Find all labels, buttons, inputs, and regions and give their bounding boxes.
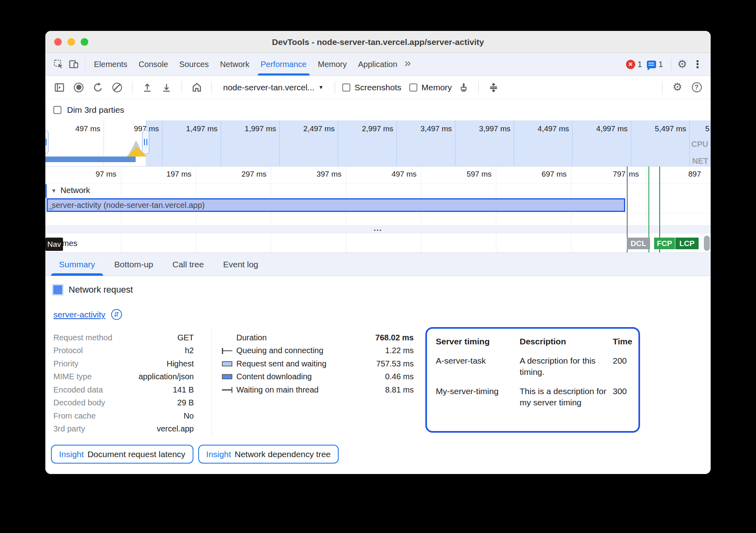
server-timing-description: A description for this timing. [520, 355, 611, 378]
device-toolbar-icon[interactable] [66, 57, 81, 72]
tab-bottom-up[interactable]: Bottom-up [105, 253, 163, 276]
collapse-rows-icon[interactable] [486, 80, 501, 95]
garbage-collect-brush-icon[interactable] [456, 80, 471, 95]
tab-performance[interactable]: Performance [255, 53, 313, 75]
titlebar: DevTools - node-server-tan.vercel.app/se… [45, 31, 711, 53]
track-resize-handle[interactable]: ... [45, 226, 711, 234]
timing-value: 757.53 ms [376, 359, 414, 368]
tab-label: Application [358, 60, 397, 69]
selection-handle-left[interactable] [45, 130, 49, 154]
tab-label: Memory [318, 60, 347, 69]
summary-pane: Network request server-activity ⇵ Reques… [45, 276, 711, 474]
error-count: 1 [638, 60, 642, 69]
clear-icon[interactable] [110, 80, 125, 95]
detail-label: From cache [53, 411, 96, 421]
dcl-badge: DCL [627, 238, 650, 249]
upload-profile-icon[interactable] [140, 80, 155, 95]
row-divider [45, 183, 711, 184]
ruler-tick: 597 ms [443, 170, 492, 179]
nav-badge-label: Nav [47, 240, 61, 249]
detail-value: application/json [138, 372, 194, 381]
tab-event-log[interactable]: Event log [213, 253, 268, 276]
more-tabs-icon[interactable]: ›› [403, 57, 413, 72]
request-link[interactable]: server-activity [53, 310, 106, 319]
help-icon[interactable]: ? [689, 80, 704, 95]
server-timing-name: A-server-task [436, 355, 518, 378]
overview-tick: 1,497 ms [161, 124, 217, 133]
insight-document-request-latency-button[interactable]: Insight Document request latency [51, 445, 193, 464]
kebab-menu-icon[interactable]: ⋮ [690, 57, 705, 72]
error-count-icon[interactable]: × [626, 60, 635, 69]
record-icon[interactable] [71, 80, 86, 95]
timeline-overview[interactable]: 497 ms 997 ms 1,497 ms 1,997 ms 2,497 ms… [45, 120, 711, 167]
settings-gear-icon[interactable]: ⚙ [675, 57, 690, 72]
network-group-header[interactable]: ▼ Network [51, 186, 90, 195]
dim-third-parties-checkbox[interactable] [53, 106, 61, 114]
screenshots-toggle[interactable]: Screenshots [342, 83, 401, 92]
tab-label: Network [220, 60, 249, 69]
tab-memory[interactable]: Memory [312, 53, 352, 75]
history-dropdown-label: node-server-tan.vercel... [223, 83, 315, 92]
overview-network-bar [45, 157, 136, 162]
toggle-sidebar-icon[interactable] [52, 80, 67, 95]
server-timing-time: 300 [613, 386, 632, 408]
tabbar-separator [671, 58, 671, 70]
ruler-tick: 97 ms [68, 170, 116, 179]
detail-value: h2 [185, 346, 194, 355]
timing-row: Request sent and waiting 757.53 ms [222, 357, 414, 370]
devtools-tabbar: Elements Console Sources Network Perform… [45, 53, 711, 76]
inspect-element-icon[interactable] [51, 57, 66, 72]
tab-call-tree[interactable]: Call tree [163, 253, 213, 276]
tab-application[interactable]: Application [352, 53, 403, 75]
timing-label: Duration [236, 333, 375, 342]
detail-row: MIME typeapplication/json [53, 370, 194, 384]
screenshots-label: Screenshots [354, 83, 401, 92]
issues-message-icon[interactable] [647, 61, 656, 68]
network-request-bar[interactable]: server-activity (node-server-tan.vercel.… [47, 198, 625, 212]
lcp-badge-label: LCP [679, 239, 695, 248]
server-timing-name: My-server-timing [436, 386, 518, 408]
memory-toggle[interactable]: Memory [409, 83, 452, 92]
detail-value: vercel.app [157, 424, 194, 433]
cpu-lane-label: CPU [684, 140, 708, 149]
server-timing-header: Server timing [436, 336, 518, 347]
tab-elements[interactable]: Elements [88, 53, 133, 75]
tab-sources[interactable]: Sources [174, 53, 214, 75]
tab-summary[interactable]: Summary [49, 253, 105, 276]
memory-checkbox[interactable] [409, 83, 417, 92]
capture-settings-gear-icon[interactable]: ⚙ [670, 80, 685, 95]
tab-label: Performance [261, 60, 307, 69]
tab-label: Call tree [173, 260, 204, 269]
detail-value: Highest [167, 359, 194, 368]
reload-record-icon[interactable] [90, 80, 106, 95]
history-dropdown[interactable]: node-server-tan.vercel... ▼ [219, 83, 327, 92]
request-link-row: server-activity ⇵ [53, 309, 122, 320]
ellipsis-icon: ... [374, 224, 382, 232]
overview-tick-partial: 5 [688, 124, 709, 133]
screenshots-checkbox[interactable] [342, 83, 350, 92]
insight-network-dependency-tree-button[interactable]: Insight Network dependency tree [198, 445, 339, 464]
event-legend: Network request [53, 285, 133, 295]
tab-console[interactable]: Console [133, 53, 173, 75]
insight-prefix: Insight [206, 450, 231, 459]
overview-tick: 4,497 ms [513, 124, 569, 133]
detail-row: Decoded body29 B [53, 397, 194, 410]
selection-handle-right[interactable] [142, 130, 149, 154]
detail-row: Protocolh2 [53, 344, 194, 358]
detail-value: 29 B [177, 398, 194, 407]
toolbar-separator [181, 81, 182, 94]
right-whisker-icon [222, 389, 236, 391]
vertical-scrollbar-thumb[interactable] [704, 236, 710, 251]
home-icon[interactable] [189, 80, 204, 95]
network-group-accent [45, 184, 47, 198]
triangle-down-icon: ▼ [51, 187, 57, 194]
ruler-tick: 897 [653, 170, 701, 179]
network-group-label: Network [61, 186, 90, 195]
download-profile-icon[interactable] [159, 80, 174, 95]
network-request-bar-label: server-activity (node-server-tan.vercel.… [52, 201, 205, 210]
detail-label: Protocol [53, 346, 83, 355]
column-separator [211, 329, 212, 437]
detail-label: 3rd party [53, 424, 85, 433]
reveal-in-network-icon[interactable]: ⇵ [111, 309, 122, 320]
tab-network[interactable]: Network [214, 53, 255, 75]
